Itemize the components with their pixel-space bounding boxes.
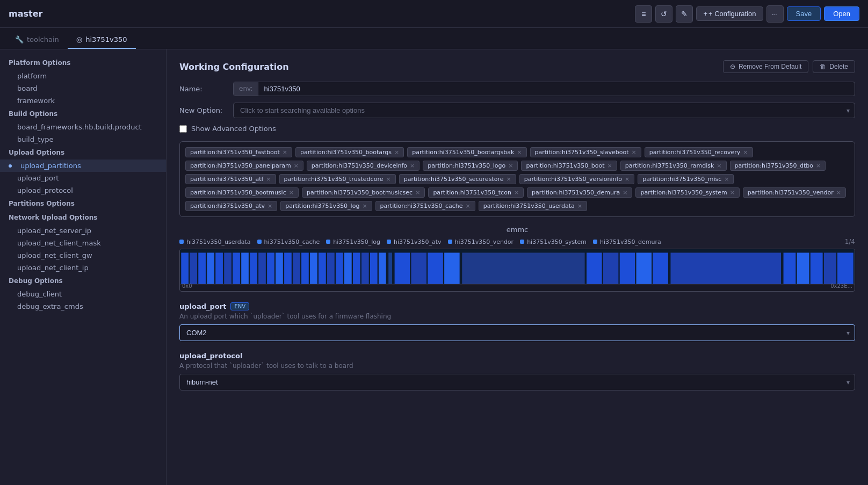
list-item: partition:hi3751v350_bootmusic× [185, 187, 299, 198]
sidebar-item-debug-extra-cmds[interactable]: debug_extra_cmds [0, 300, 166, 313]
tag-close-icon[interactable]: × [730, 190, 735, 196]
legend-dot [387, 240, 391, 244]
legend-dot [257, 240, 262, 244]
emmc-legend-items: hi3751v350_userdatahi3751v350_cachehi375… [179, 238, 661, 245]
new-option-button[interactable]: Click to start searching available optio… [233, 103, 855, 118]
sidebar-item-upload-net-client-mask[interactable]: upload_net_client_mask [0, 237, 166, 249]
list-item: partition:hi3751v350_atv× [185, 201, 277, 211]
remove-from-default-button[interactable]: ⊖ Remove From Default [723, 60, 808, 73]
tag-close-icon[interactable]: × [717, 163, 721, 169]
tag-close-icon[interactable]: × [289, 190, 294, 196]
tag-close-icon[interactable]: × [517, 149, 522, 155]
tab-hi3751v350[interactable]: ◎ hi3751v350 [68, 31, 136, 49]
upload-port-env-badge: ENV [230, 302, 249, 310]
tag-close-icon[interactable]: × [836, 190, 841, 196]
upload-port-select[interactable]: COM2 COM1 COM3 [179, 324, 855, 341]
sidebar-item-debug-client[interactable]: debug_client [0, 288, 166, 300]
sidebar-item-framework[interactable]: framework [0, 95, 166, 107]
list-item: partition:hi3751v350_securestore× [399, 174, 516, 184]
list-item: partition:hi3751v350_misc× [638, 174, 734, 184]
emmc-section: emmc hi3751v350_userdatahi3751v350_cache… [179, 226, 855, 292]
main-layout: Platform Options platform board framewor… [0, 49, 868, 485]
tag-close-icon[interactable]: × [607, 163, 612, 169]
tag-close-icon[interactable]: × [415, 190, 420, 196]
save-button[interactable]: Save [787, 6, 821, 21]
sidebar-item-board-frameworks[interactable]: board_frameworks.hb.build.product [0, 121, 166, 133]
svg-rect-40 [824, 253, 836, 285]
svg-rect-28 [428, 253, 443, 285]
tag-close-icon[interactable]: × [623, 190, 627, 196]
chevron-down-icon: ▾ [847, 107, 850, 114]
tag-close-icon[interactable]: × [632, 149, 636, 155]
svg-rect-23 [370, 253, 378, 285]
tag-close-icon[interactable]: × [266, 176, 271, 182]
tab-toolchain[interactable]: 🔧 toolchain [6, 31, 68, 49]
tag-close-icon[interactable]: × [394, 149, 399, 155]
tag-close-icon[interactable]: × [508, 163, 513, 169]
sidebar-item-upload-net-client-ip[interactable]: upload_net_client_ip [0, 262, 166, 274]
tag-close-icon[interactable]: × [506, 176, 511, 182]
list-item: partition:hi3751v350_atf× [185, 174, 276, 184]
list-item: partition:hi3751v350_trustedcore× [279, 174, 396, 184]
sidebar-item-build-type[interactable]: build_type [0, 133, 166, 146]
tag-close-icon[interactable]: × [362, 203, 367, 209]
sidebar-item-upload-port[interactable]: upload_port [0, 172, 166, 184]
name-input[interactable] [258, 82, 855, 96]
plus-icon: + [703, 10, 707, 18]
more-button[interactable]: ··· [766, 5, 784, 23]
sidebar-item-upload-net-client-gw[interactable]: upload_net_client_gw [0, 249, 166, 262]
tag-close-icon[interactable]: × [466, 203, 471, 209]
upload-protocol-select[interactable]: hiburn-net hiburn-usb [179, 374, 855, 390]
tag-close-icon[interactable]: × [386, 176, 390, 182]
refresh-icon-button[interactable]: ↺ [655, 5, 672, 23]
delete-button[interactable]: 🗑 Delete [813, 60, 855, 73]
content-area: Working Configuration ⊖ Remove From Defa… [167, 49, 868, 485]
list-item: partition:hi3751v350_cache× [375, 201, 475, 211]
upload-protocol-select-wrapper: hiburn-net hiburn-usb ▾ [179, 374, 855, 390]
tag-close-icon[interactable]: × [514, 190, 519, 196]
svg-rect-4 [207, 253, 214, 285]
list-item: partition:hi3751v350_panelparam× [185, 161, 303, 171]
list-icon-button[interactable]: ≡ [635, 5, 652, 23]
svg-rect-33 [620, 253, 635, 285]
tag-close-icon[interactable]: × [625, 176, 630, 182]
sidebar-item-platform[interactable]: platform [0, 70, 166, 82]
upload-protocol-section: upload_protocol A protocol that `uploade… [179, 352, 855, 390]
svg-rect-1 [181, 253, 189, 285]
tag-close-icon[interactable]: × [816, 163, 821, 169]
list-item: partition:hi3751v350_bootmusicsec× [302, 187, 425, 198]
tag-close-icon[interactable]: × [294, 163, 299, 169]
list-item: hi3751v350_atv [387, 238, 442, 245]
list-item: partition:hi3751v350_bootargs× [295, 147, 404, 157]
app-header: master ≡ ↺ ✎ + + Configuration ··· Save … [0, 0, 868, 28]
sidebar: Platform Options platform board framewor… [0, 49, 167, 485]
sidebar-section-network-upload: Network Upload Options [0, 211, 166, 225]
sidebar-item-upload-net-server-ip[interactable]: upload_net_server_ip [0, 225, 166, 237]
legend-dot [448, 240, 452, 244]
svg-rect-10 [258, 253, 266, 285]
sidebar-item-upload-protocol[interactable]: upload_protocol [0, 184, 166, 197]
tag-close-icon[interactable]: × [577, 203, 582, 209]
partition-tags-area: partition:hi3751v350_fastboot×partition:… [179, 141, 855, 217]
open-button[interactable]: Open [824, 6, 859, 21]
configuration-button[interactable]: + + Configuration [696, 6, 763, 21]
show-advanced-label[interactable]: Show Advanced Options [191, 125, 276, 133]
tag-close-icon[interactable]: × [743, 149, 748, 155]
show-advanced-checkbox[interactable] [179, 125, 187, 133]
tag-close-icon[interactable]: × [283, 149, 287, 155]
tag-close-icon[interactable]: × [267, 203, 272, 209]
name-label: Name: [179, 85, 233, 93]
list-item: partition:hi3751v350_boot× [521, 161, 617, 171]
tag-close-icon[interactable]: × [410, 163, 415, 169]
emmc-legend: hi3751v350_userdatahi3751v350_cachehi375… [179, 238, 855, 245]
svg-rect-37 [784, 253, 796, 285]
list-item: hi3751v350_log [326, 238, 380, 245]
sidebar-item-upload-partitions[interactable]: upload_partitions [0, 160, 166, 172]
sidebar-item-board[interactable]: board [0, 82, 166, 95]
show-advanced-row: Show Advanced Options [179, 125, 855, 133]
edit-icon-button[interactable]: ✎ [676, 5, 693, 23]
sidebar-section-upload: Upload Options [0, 146, 166, 160]
tag-close-icon[interactable]: × [724, 176, 729, 182]
list-item: partition:hi3751v350_ramdisk× [620, 161, 727, 171]
svg-rect-35 [653, 253, 668, 285]
